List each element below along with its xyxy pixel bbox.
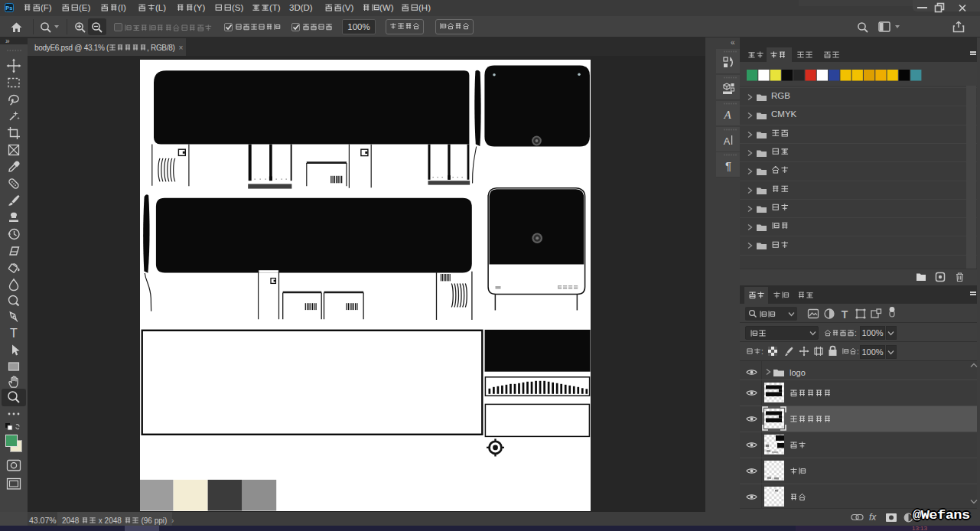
svg-text:¶: ¶ <box>725 159 731 172</box>
svg-text:A: A <box>723 109 731 121</box>
svg-text:T: T <box>10 327 18 340</box>
svg-text:A: A <box>724 135 731 147</box>
svg-text:T: T <box>842 308 848 321</box>
